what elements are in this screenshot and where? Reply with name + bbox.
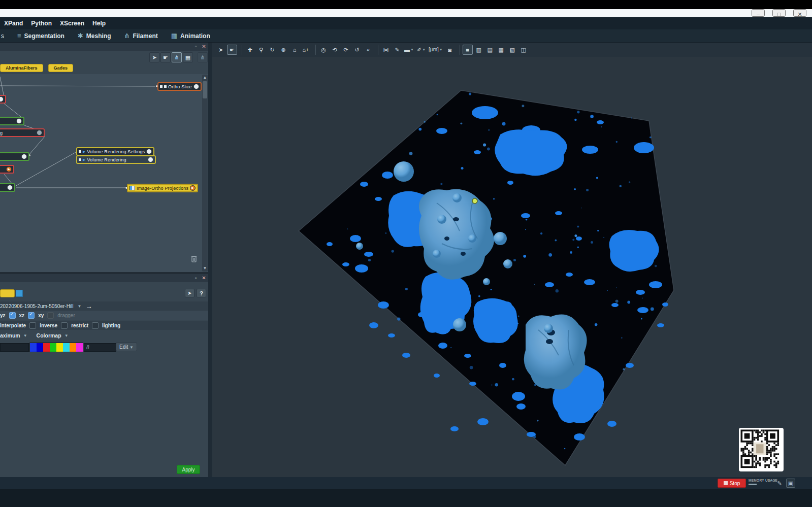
colormap-min-field[interactable] — [0, 343, 29, 352]
layout-two-horizontal-button[interactable]: ▤ — [485, 45, 495, 55]
view-yz-button[interactable]: ⟲ — [330, 45, 340, 55]
measure-button[interactable]: ⋈ — [381, 45, 391, 55]
node-port-icon[interactable] — [7, 185, 13, 190]
view-xz-button[interactable]: ⟳ — [341, 45, 351, 55]
graph-scrollbar[interactable]: ▲ ▼ — [202, 75, 208, 272]
connect-arrow-icon[interactable]: → — [85, 302, 92, 310]
trash-icon[interactable] — [190, 255, 198, 263]
favorite-2-button[interactable]: Gades — [48, 64, 74, 72]
view-xy-button[interactable]: ↺ — [352, 45, 362, 55]
node-port-icon[interactable] — [16, 118, 22, 124]
pool-pan-icon[interactable]: ☛ — [160, 52, 171, 62]
properties-float-button[interactable]: ▫ — [192, 275, 200, 282]
node-stub-red-2[interactable]: ▶ — [0, 165, 14, 174]
lighting-checkbox[interactable] — [92, 322, 99, 329]
module-color-swatch[interactable] — [0, 289, 15, 297]
node-graph-area[interactable]: Ortho Slicee Thresholding▶Volume Renderi… — [0, 74, 208, 272]
seek-button[interactable]: ◎ — [318, 45, 329, 55]
mapping-dropdown[interactable]: aximum — [0, 332, 20, 339]
node-stub-red-1[interactable] — [0, 95, 6, 104]
node-port-icon[interactable] — [148, 157, 153, 162]
node-volume-rendering[interactable]: ▶Volume Rendering — [76, 155, 156, 164]
layout-two-vertical-button[interactable]: ▥ — [474, 45, 484, 55]
colormap-dropdown[interactable]: Colormap — [37, 332, 61, 339]
layout-custom-button[interactable]: ◫ — [518, 45, 529, 55]
pool-select-icon[interactable]: ➤ — [149, 52, 159, 62]
node-thresholding[interactable]: e Thresholding — [0, 128, 45, 137]
probe-button[interactable]: ✎ — [392, 45, 402, 55]
panel-toggle-icon[interactable]: ▣ — [786, 479, 795, 488]
chevron-down-icon[interactable]: ▼ — [23, 333, 27, 338]
node-port-icon[interactable]: ▶ — [190, 185, 196, 191]
close-button[interactable]: ✕ — [793, 9, 806, 17]
node-port-icon[interactable] — [0, 96, 4, 102]
translate-button[interactable]: ✚ — [245, 45, 255, 55]
menu-xpand[interactable]: XPand — [4, 20, 23, 27]
interact-button[interactable]: ☛ — [227, 45, 237, 55]
node-image-ortho-projections[interactable]: Image-Ortho Projections▶ — [127, 184, 198, 192]
tree-view-icon[interactable]: ⋔ — [172, 52, 182, 62]
rotate-button[interactable]: ↻ — [267, 45, 277, 55]
ribbon-meshing[interactable]: ✱Meshing — [78, 32, 111, 40]
inverse-checkbox[interactable] — [29, 322, 36, 329]
apply-button[interactable]: Apply — [177, 465, 200, 474]
ribbon-filament[interactable]: ⋔Filament — [124, 32, 158, 40]
layout-single-button[interactable]: ■ — [463, 45, 473, 55]
node-port-icon[interactable] — [37, 130, 42, 136]
project-close-button[interactable]: ✕ — [200, 43, 208, 50]
select-button[interactable]: ➤ — [216, 45, 226, 55]
pointer-icon[interactable]: ➤ — [185, 289, 194, 297]
favorite-1-button[interactable]: AluminaFibers — [0, 64, 43, 72]
ribbon-animation[interactable]: ▦Animation — [171, 32, 210, 40]
node-fill[interactable]: ll* — [0, 183, 15, 192]
xz-checkbox[interactable] — [9, 312, 16, 319]
annotate-icon[interactable]: ✎ — [775, 479, 784, 488]
home-button[interactable]: ⌂ — [289, 45, 300, 55]
properties-close-button[interactable]: ✕ — [200, 275, 208, 282]
node-stub-green-1[interactable] — [0, 117, 24, 125]
restrict-checkbox[interactable] — [61, 322, 68, 329]
help-button[interactable]: ? — [197, 289, 206, 297]
node-thresholded[interactable]: sholded* — [0, 152, 29, 161]
node-port-icon[interactable]: ▶ — [6, 166, 12, 172]
flat-tree-view-icon[interactable]: ⋔ — [198, 52, 208, 62]
snapshot-button[interactable]: ◙ — [445, 45, 455, 55]
colormap-bar[interactable] — [29, 343, 83, 352]
ribbon-segmentation[interactable]: ≡Segmentation — [17, 32, 64, 40]
units-button[interactable]: [µm]▼ — [428, 45, 444, 55]
menu-xscreen[interactable]: XScreen — [60, 20, 84, 27]
colormap-count-field[interactable]: 8 — [84, 343, 116, 352]
scroll-down-icon[interactable]: ▼ — [202, 265, 208, 272]
data-color-swatch[interactable] — [16, 290, 23, 297]
node-port-icon[interactable] — [193, 84, 199, 89]
dragger-checkbox[interactable] — [47, 312, 54, 319]
project-float-button[interactable]: ▫ — [192, 43, 200, 50]
node-port-icon[interactable] — [21, 154, 27, 159]
rotate-ccw-button[interactable]: « — [363, 45, 373, 55]
colormap-edit-button[interactable]: Edit ▼ — [116, 343, 137, 351]
stop-spin-button[interactable]: ⊗ — [278, 45, 288, 55]
maximize-button[interactable]: □ — [772, 9, 786, 17]
chevron-down-icon[interactable]: ▼ — [64, 333, 69, 338]
stop-button[interactable]: Stop — [718, 479, 746, 488]
viewer-canvas[interactable] — [212, 57, 812, 477]
zoom-button[interactable]: ⚲ — [256, 45, 266, 55]
chevron-down-icon[interactable]: ▼ — [78, 304, 82, 309]
set-home-button[interactable]: ⌂+ — [301, 45, 311, 55]
xy-checkbox[interactable] — [28, 312, 35, 319]
node-port-icon[interactable] — [146, 149, 152, 154]
graph-scrollbar-thumb[interactable] — [203, 81, 207, 98]
layout-split-button[interactable]: ▧ — [507, 45, 517, 55]
pool-view-icon[interactable]: ▦ — [183, 52, 193, 62]
node-volume-rendering-settings[interactable]: ▶Volume Rendering Settings — [76, 147, 154, 156]
menu-help[interactable]: Help — [92, 20, 106, 27]
annotate-pen-button[interactable]: ✐▼ — [416, 45, 427, 55]
line-style-button[interactable]: ▬▼ — [403, 45, 415, 55]
layout-grid-button[interactable]: ▦ — [496, 45, 506, 55]
panel-splitter-vertical[interactable] — [208, 43, 212, 477]
dataset-dropdown[interactable]: 20220906-1905-2um-5050er-Hill — [0, 303, 74, 309]
node-ortho-slice[interactable]: Ortho Slice — [157, 82, 202, 91]
menu-python[interactable]: Python — [31, 20, 52, 27]
minimize-button[interactable]: – — [752, 9, 765, 17]
scroll-up-icon[interactable]: ▲ — [202, 75, 208, 81]
